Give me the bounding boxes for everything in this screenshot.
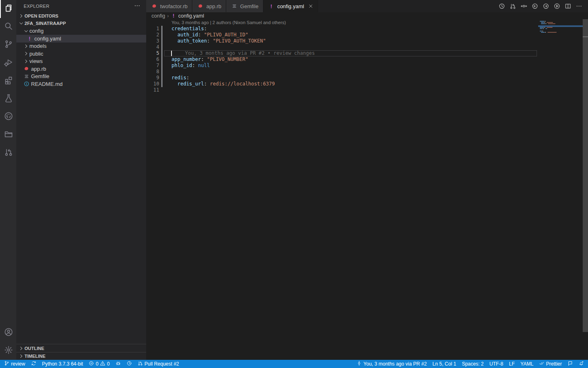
line-content: auth_token: "PLIVO_AUTH_TOKEN" (159, 38, 266, 44)
run-and-debug-icon (4, 58, 13, 68)
split-editor-icon[interactable] (565, 3, 571, 9)
status-eol[interactable]: LF (509, 360, 515, 368)
status-problems-text: 0 (96, 361, 98, 367)
tree-item-config-yaml[interactable]: !config.yaml (16, 35, 146, 43)
status-encoding[interactable]: UTF-8 (490, 360, 503, 368)
tree-item-public[interactable]: public (16, 50, 146, 58)
status-language-mode[interactable]: YAML (521, 360, 534, 368)
status-formatter[interactable]: Prettier (539, 360, 562, 368)
codelens-authors[interactable]: You, 3 months ago | 2 authors (Nixon Sam… (146, 19, 588, 26)
code-token (201, 32, 204, 38)
search-icon (4, 22, 13, 32)
activity-search[interactable] (0, 18, 16, 36)
tab-label: twofactor.rb (160, 3, 187, 9)
minimap-line (540, 27, 544, 28)
tab-twofactor-rb[interactable]: twofactor.rb (146, 0, 192, 12)
status-python-version-text: Python 3.7.3 64-bit (42, 361, 83, 367)
activity-source-control[interactable] (0, 36, 16, 54)
bell-dot-icon (579, 361, 584, 367)
code-line-8[interactable]: 8 (146, 69, 588, 75)
scrollbar[interactable] (583, 19, 588, 332)
activity-testing[interactable] (0, 90, 16, 108)
close-icon[interactable] (308, 4, 313, 9)
more-actions-icon[interactable] (134, 2, 140, 10)
status-sync[interactable] (31, 360, 36, 368)
activity-github-pull-requests[interactable] (0, 144, 16, 162)
code-token: credentials (172, 26, 204, 31)
history-icon[interactable] (499, 3, 505, 9)
clock-icon (127, 361, 132, 367)
open-editors-section[interactable]: OPEN EDITORS (16, 12, 146, 20)
outline-label: OUTLINE (24, 346, 44, 351)
minimap[interactable] (538, 20, 583, 77)
minimap-line (543, 28, 544, 29)
code-line-6[interactable]: 6app_number: "PLIVO_NUMBER" (146, 56, 588, 63)
status-pull-request[interactable]: Pull Request #2 (138, 360, 179, 368)
status-cursor-position[interactable]: Ln 5, Col 1 (432, 360, 456, 368)
status-feedback[interactable] (568, 360, 573, 368)
tab-app-rb[interactable]: app.rb (192, 0, 226, 12)
line-number: 10 (146, 81, 159, 87)
timeline-section[interactable]: TIMELINE (16, 352, 146, 360)
activity-github[interactable] (0, 108, 16, 126)
previous-change-icon[interactable] (532, 3, 538, 9)
code-line-1[interactable]: 1credentials: (146, 26, 588, 32)
extensions-icon (4, 76, 13, 86)
activity-accounts[interactable] (0, 324, 16, 342)
code-line-10[interactable]: 10 redis_url: redis://localhost:6379 (146, 81, 588, 87)
status-timer[interactable] (127, 360, 132, 368)
tab-gemfile[interactable]: Gemfile (226, 0, 263, 12)
activity-explorer[interactable] (0, 0, 16, 18)
tab-config-yaml[interactable]: !config.yaml (263, 0, 318, 12)
status-problems[interactable]: 00 (89, 360, 109, 368)
code-token: : (207, 38, 210, 44)
status-branch[interactable]: review (4, 360, 25, 368)
status-blame[interactable]: You, 3 months ago via PR #2 (356, 360, 427, 368)
line-content: auth_id: "PLIVO_AUTH_ID" (159, 32, 248, 38)
code-lines: 1credentials:2 auth_id: "PLIVO_AUTH_ID"3… (146, 26, 588, 93)
pull-request-icon[interactable] (510, 3, 516, 9)
code-token: null (198, 63, 210, 68)
status-python-version[interactable]: Python 3.7.3 64-bit (42, 360, 83, 368)
tree-item-models[interactable]: models (16, 43, 146, 50)
code-token: app_number (172, 56, 201, 62)
minimap-line (548, 23, 555, 24)
tree-item-label: Gemfile (31, 73, 49, 79)
activity-remote-explorer[interactable] (0, 126, 16, 144)
tree-item-gemfile[interactable]: Gemfile (16, 73, 146, 81)
code-token: : (204, 26, 207, 31)
tree-item-2fa-sinatraapp[interactable]: 2FA_SINATRAAPP (16, 20, 146, 27)
line-content: credentials: (159, 26, 207, 32)
play-circle-icon[interactable] (554, 3, 560, 9)
code-editor[interactable]: You, 3 months ago | 2 authors (Nixon Sam… (146, 19, 588, 360)
code-line-3[interactable]: 3 auth_token: "PLIVO_AUTH_TOKEN" (146, 38, 588, 44)
breadcrumb-file[interactable]: config.yaml (178, 13, 204, 19)
code-token: auth_token (177, 38, 207, 44)
activity-run-and-debug[interactable] (0, 54, 16, 72)
code-line-4[interactable]: 4 (146, 44, 588, 50)
next-change-icon[interactable] (543, 3, 549, 9)
status-indentation[interactable]: Spaces: 2 (462, 360, 483, 368)
code-line-11[interactable]: 11 (146, 87, 588, 93)
warning-icon: ! (171, 13, 176, 19)
activity-extensions[interactable] (0, 72, 16, 90)
status-blame-text: You, 3 months ago via PR #2 (363, 361, 427, 367)
breadcrumb-folder[interactable]: config (151, 13, 165, 19)
more-actions-icon[interactable] (576, 3, 582, 9)
tree-item-views[interactable]: views (16, 58, 146, 65)
code-line-9[interactable]: 9redis: (146, 75, 588, 81)
status-bug[interactable] (116, 360, 121, 368)
minimap-line (540, 28, 543, 29)
tree-item-app-rb[interactable]: app.rb (16, 65, 146, 73)
outline-section[interactable]: OUTLINE (16, 344, 146, 352)
minimap-line (541, 22, 544, 23)
status-notifications[interactable] (579, 360, 584, 368)
tree-item-config[interactable]: config (16, 27, 146, 35)
code-line-7[interactable]: 7phlo_id: null (146, 63, 588, 69)
feedback-icon (568, 361, 573, 367)
code-line-2[interactable]: 2 auth_id: "PLIVO_AUTH_ID" (146, 32, 588, 38)
code-line-5[interactable]: 5You, 3 months ago via PR #2 • review ch… (146, 50, 588, 56)
activity-manage[interactable] (0, 342, 16, 360)
compare-changes-icon[interactable] (521, 3, 527, 9)
tree-item-readme-md[interactable]: README.md (16, 80, 146, 88)
